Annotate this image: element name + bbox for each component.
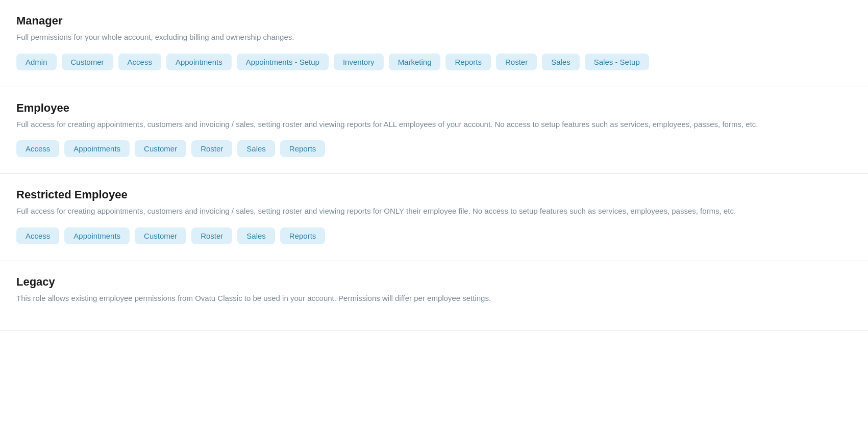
tag-inventory-manager[interactable]: Inventory	[334, 54, 384, 70]
role-description-employee: Full access for creating appointments, c…	[16, 119, 852, 131]
tag-reports-employee[interactable]: Reports	[280, 140, 326, 157]
tag-access-restricted-employee[interactable]: Access	[16, 227, 59, 244]
tag-customer-manager[interactable]: Customer	[62, 54, 113, 70]
tag-customer-restricted-employee[interactable]: Customer	[135, 227, 186, 244]
role-title-employee: Employee	[16, 101, 852, 115]
tag-access-employee[interactable]: Access	[16, 140, 59, 157]
tag-access-manager[interactable]: Access	[118, 54, 161, 70]
tag-reports-manager[interactable]: Reports	[445, 54, 491, 70]
tag-admin-manager[interactable]: Admin	[16, 54, 57, 70]
tag-marketing-manager[interactable]: Marketing	[389, 54, 441, 70]
role-title-restricted-employee: Restricted Employee	[16, 188, 852, 201]
tag-customer-employee[interactable]: Customer	[135, 140, 186, 157]
role-section-legacy: LegacyThis role allows existing employee…	[0, 261, 868, 331]
role-title-manager: Manager	[16, 14, 852, 28]
role-section-employee: EmployeeFull access for creating appoint…	[0, 87, 868, 174]
tag-reports-restricted-employee[interactable]: Reports	[280, 227, 326, 244]
tags-container-employee: AccessAppointmentsCustomerRosterSalesRep…	[16, 140, 852, 157]
tag-roster-employee[interactable]: Roster	[191, 140, 232, 157]
role-section-restricted-employee: Restricted EmployeeFull access for creat…	[0, 174, 868, 261]
tags-container-restricted-employee: AccessAppointmentsCustomerRosterSalesRep…	[16, 227, 852, 244]
role-section-manager: ManagerFull permissions for your whole a…	[0, 0, 868, 87]
tags-container-manager: AdminCustomerAccessAppointmentsAppointme…	[16, 54, 852, 70]
tag-sales-manager[interactable]: Sales	[542, 54, 580, 70]
page-container: ManagerFull permissions for your whole a…	[0, 0, 868, 331]
role-title-legacy: Legacy	[16, 275, 852, 289]
tag-roster-restricted-employee[interactable]: Roster	[191, 227, 232, 244]
tag-sales-restricted-employee[interactable]: Sales	[237, 227, 275, 244]
tag-sales---setup-manager[interactable]: Sales - Setup	[585, 54, 649, 70]
role-description-restricted-employee: Full access for creating appointments, c…	[16, 206, 852, 217]
tag-roster-manager[interactable]: Roster	[496, 54, 537, 70]
role-description-manager: Full permissions for your whole account,…	[16, 32, 852, 43]
tag-appointments---setup-manager[interactable]: Appointments - Setup	[237, 54, 329, 70]
tag-appointments-restricted-employee[interactable]: Appointments	[64, 227, 130, 244]
tag-appointments-manager[interactable]: Appointments	[166, 54, 232, 70]
role-description-legacy: This role allows existing employee permi…	[16, 293, 852, 304]
tag-sales-employee[interactable]: Sales	[237, 140, 275, 157]
tag-appointments-employee[interactable]: Appointments	[64, 140, 130, 157]
